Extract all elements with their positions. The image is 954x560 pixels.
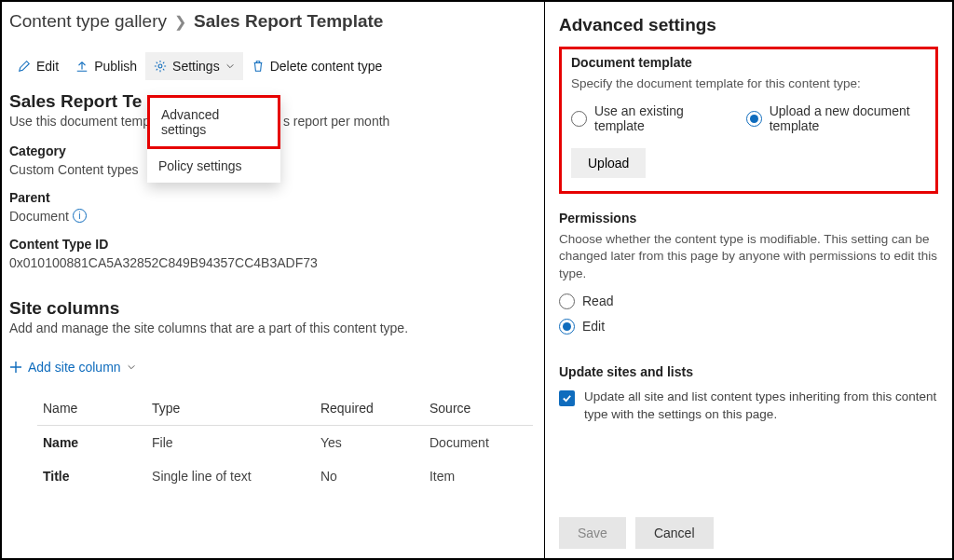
document-template-section: Document template Specify the document t… [559, 47, 938, 194]
update-section: Update sites and lists Update all site a… [559, 364, 938, 424]
publish-button[interactable]: Publish [67, 52, 145, 80]
checkmark-icon [559, 390, 575, 406]
parent-label: Parent [9, 190, 537, 205]
radio-icon [559, 294, 575, 309]
doc-template-desc: Specify the document template for this c… [571, 75, 926, 92]
menu-advanced-settings[interactable]: Advanced settings [147, 95, 280, 149]
doc-template-heading: Document template [571, 55, 926, 70]
site-columns-desc: Add and manage the site columns that are… [9, 321, 537, 335]
gear-icon [154, 60, 167, 73]
radio-existing-template[interactable]: Use an existing template [571, 103, 709, 133]
permissions-section: Permissions Choose whether the content t… [559, 211, 938, 344]
settings-dropdown: Advanced settings Policy settings [147, 95, 280, 183]
add-site-column-button[interactable]: Add site column [9, 354, 537, 380]
col-required[interactable]: Required [315, 391, 424, 426]
radio-read[interactable]: Read [559, 294, 938, 309]
col-name[interactable]: Name [37, 391, 146, 426]
main-panel: Content type gallery ❯ Sales Report Temp… [2, 2, 544, 558]
chevron-down-icon [225, 61, 235, 71]
radio-icon [559, 319, 575, 335]
menu-policy-settings[interactable]: Policy settings [147, 149, 280, 183]
panel-title: Advanced settings [559, 15, 938, 35]
site-columns-title: Site columns [9, 298, 537, 319]
permissions-desc: Choose whether the content type is modif… [559, 231, 938, 282]
save-button[interactable]: Save [559, 517, 626, 549]
breadcrumb-parent[interactable]: Content type gallery [9, 11, 167, 32]
radio-upload-template[interactable]: Upload a new document template [746, 103, 926, 133]
parent-value: Documenti [9, 209, 537, 224]
radio-icon [746, 111, 762, 127]
delete-icon [252, 60, 265, 73]
edit-icon [18, 60, 31, 73]
breadcrumb: Content type gallery ❯ Sales Report Temp… [9, 11, 537, 32]
ctid-label: Content Type ID [9, 237, 537, 252]
chevron-down-icon [127, 362, 136, 372]
cancel-button[interactable]: Cancel [635, 517, 714, 549]
breadcrumb-current: Sales Report Template [194, 11, 383, 32]
side-panel: Advanced settings Document template Spec… [544, 2, 952, 558]
radio-icon [571, 111, 587, 127]
update-heading: Update sites and lists [559, 364, 938, 379]
chevron-right-icon: ❯ [174, 13, 186, 31]
permissions-heading: Permissions [559, 211, 938, 225]
site-columns-table: Name Type Required Source Name File Yes … [37, 391, 533, 493]
info-icon[interactable]: i [73, 209, 87, 223]
settings-button[interactable]: Settings [145, 52, 243, 80]
radio-edit[interactable]: Edit [559, 319, 938, 335]
svg-point-0 [158, 64, 162, 68]
ctid-value: 0x010100881CA5A32852C849B94357CC4B3ADF73 [9, 255, 537, 270]
table-row[interactable]: Name File Yes Document [37, 426, 533, 460]
checkbox-update-sites[interactable]: Update all site and list content types i… [559, 389, 938, 424]
edit-button[interactable]: Edit [9, 52, 67, 80]
panel-footer: Save Cancel [559, 517, 938, 553]
publish-icon [75, 60, 89, 73]
command-bar: Edit Publish Settings Delete content typ… [9, 52, 537, 80]
col-source[interactable]: Source [424, 391, 533, 426]
table-row[interactable]: Title Single line of text No Item [37, 459, 533, 493]
plus-icon [9, 361, 22, 374]
upload-button[interactable]: Upload [571, 148, 646, 178]
col-type[interactable]: Type [146, 391, 315, 426]
delete-button[interactable]: Delete content type [243, 52, 391, 80]
